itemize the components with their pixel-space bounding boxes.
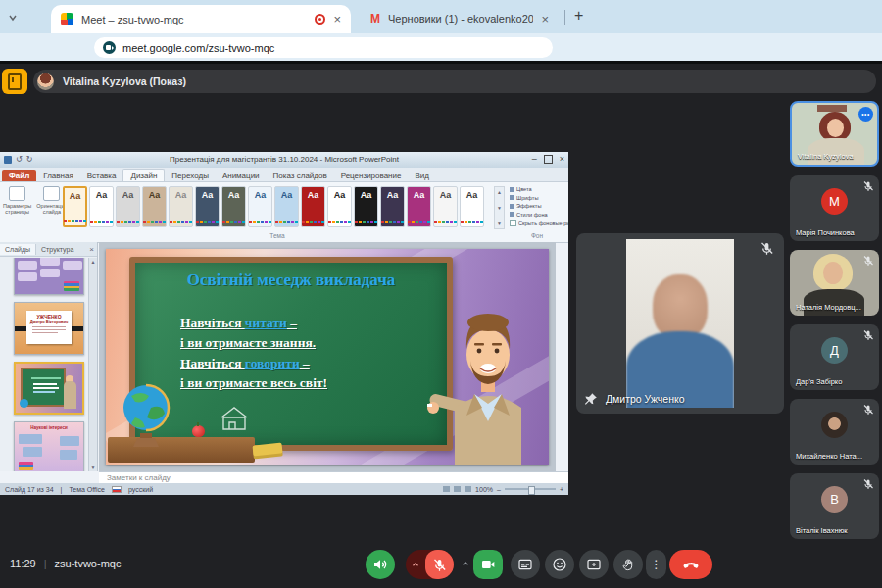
participant-name: Дмитро Ужченко (606, 393, 685, 405)
ppt-ribbon-tabs: Файл Главная Вставка Дизайн Переходы Ани… (0, 168, 568, 182)
ppt-page-setup-group: Параметры страницы Ориентация слайда (3, 186, 60, 229)
ppt-title-bar: ↺ ↻ Презентація для магістрантів 31.10.2… (0, 152, 568, 169)
camera-button[interactable] (473, 550, 503, 579)
captions-button[interactable] (511, 550, 540, 579)
video-tile-dmytro[interactable]: Дмитро Ужченко (576, 233, 784, 414)
teacher-cartoon-graphic (427, 278, 549, 465)
mic-off-icon (862, 180, 874, 192)
mic-off-icon (862, 255, 874, 267)
mic-off-icon (862, 478, 874, 490)
current-slide: Освітній меседж викладача Навчіться чита… (106, 249, 549, 465)
clock-time: 11:29 (10, 558, 36, 569)
slide-counter: Слайд 17 из 34 (5, 486, 54, 493)
close-icon: × (560, 154, 564, 164)
meet-favicon-icon (61, 13, 74, 25)
globe-graphic (118, 382, 176, 449)
mic-mute-button[interactable] (425, 550, 454, 579)
redo-icon: ↻ (26, 155, 33, 164)
video-tile-vitalik[interactable]: В Віталік Івахнюк (790, 473, 879, 539)
slide-title: Освітній меседж викладача (133, 270, 449, 290)
ppt-effects-button: Эффекты (510, 203, 566, 209)
more-options-button[interactable]: ⋮ (646, 550, 666, 579)
theme-thumbnail: Аа (248, 186, 272, 227)
theme-thumbnail: Аа (169, 186, 193, 227)
theme-thumbnail: Аа (142, 186, 167, 227)
participant-name: Михайленко Ната... (796, 452, 862, 461)
zoom-level: 100% (475, 486, 493, 493)
minimize-icon: – (532, 154, 537, 164)
books-graphic (19, 462, 33, 470)
close-icon[interactable]: × (333, 13, 341, 25)
language-label: русский (128, 486, 153, 493)
chalk-house-graphic (220, 406, 249, 431)
theme-thumbnail: Аа (301, 186, 325, 227)
theme-thumbnail: Аа (221, 186, 246, 227)
meeting-code: zsu-tvwo-mqc (55, 558, 122, 569)
ppt-slides-tab: Слайды (0, 244, 36, 255)
chrome-separator (0, 61, 882, 64)
video-tile-natalia[interactable]: Наталія Мордовц... (790, 250, 879, 316)
theme-thumbnail: Аа (89, 186, 114, 227)
close-icon[interactable]: × (541, 13, 549, 25)
ppt-ribbon: Параметры страницы Ориентация слайда АаА… (0, 182, 568, 243)
theme-thumbnail: Аа (116, 186, 140, 227)
camera-options-chevron[interactable] (459, 557, 472, 570)
language-flag-icon (112, 486, 122, 493)
video-tile-vitalina[interactable]: ••• Vitalina Kyzylova (790, 101, 879, 167)
tab-meet[interactable]: Meet – zsu-tvwo-mqc × (51, 5, 351, 33)
present-screen-icon (586, 557, 602, 572)
undo-icon: ↺ (16, 155, 23, 164)
reactions-button[interactable] (545, 550, 574, 579)
speaker-button[interactable] (366, 550, 395, 579)
slideshow-view-icon (465, 486, 471, 492)
mic-options-chevron[interactable] (406, 560, 425, 569)
video-tile-daria[interactable]: Д Дар'я Забірко (790, 324, 879, 390)
participant-name: Марія Починкова (796, 228, 855, 237)
captions-icon (517, 557, 533, 572)
meet-call-screen: Meet – zsu-tvwo-mqc × M Черновики (1) - … (0, 0, 882, 588)
tab-gmail[interactable]: M Черновики (1) - ekovalenko20... × (365, 8, 555, 29)
video-tile-maria[interactable]: M Марія Починкова (790, 175, 879, 241)
ppt-background-group: Цвета Шрифты Эффекты Стили фона Скрыть ф… (510, 186, 566, 229)
slide-thumbnail: УЖЧЕНКО Дмитро Вікторович (14, 302, 84, 355)
books-graphic (64, 281, 79, 291)
ppt-tab-home: Главная (36, 170, 79, 181)
ppt-page-setup-button: Параметры страницы (3, 186, 31, 229)
slide-thumbnail-selected (14, 362, 84, 415)
tab-title: Meet – zsu-tvwo-mqc (81, 14, 307, 25)
new-tab-button[interactable]: + (574, 7, 583, 24)
participant-name: Vitalina Kyzylova (798, 152, 854, 161)
tab-divider (564, 10, 565, 24)
ppt-theme-group-label: Тема (63, 232, 492, 239)
chevron-down-icon[interactable] (8, 13, 18, 23)
avatar: Д (821, 337, 848, 364)
close-icon: × (89, 245, 94, 254)
screen-share-tile[interactable]: ↺ ↻ Презентація для магістрантів 31.10.2… (0, 152, 568, 495)
ppt-window-controls: – × (532, 154, 564, 164)
mic-off-icon (432, 558, 447, 572)
presenter-name: Vitalina Kyzylova (Показ) (63, 75, 186, 87)
ppt-slide-editor: Освітній меседж викладача Навчіться чита… (99, 242, 556, 471)
ppt-thumbnail-list: УЖЧЕНКО Дмитро Вікторович Наукові інтере… (4, 258, 86, 471)
ppt-tab-slideshow: Показ слайдов (267, 170, 334, 181)
meet-site-icon (103, 41, 116, 54)
theme-thumbnail: Аа (63, 186, 87, 227)
present-button[interactable] (579, 550, 609, 579)
speaker-icon (372, 557, 388, 572)
address-bar[interactable]: meet.google.com/zsu-tvwo-mqc (94, 37, 553, 58)
ppt-bg-styles-button: Стили фона (510, 212, 566, 218)
tile-options-button[interactable]: ••• (858, 107, 873, 122)
raise-hand-button[interactable] (613, 550, 643, 579)
end-call-button[interactable] (669, 550, 712, 579)
participant-video (626, 239, 734, 408)
ppt-notes-area: Заметки к слайду (99, 471, 568, 483)
presenting-indicator-icon[interactable] (2, 69, 27, 94)
browser-tab-strip: Meet – zsu-tvwo-mqc × M Черновики (1) - … (0, 0, 882, 33)
ppt-tab-file: Файл (2, 170, 36, 181)
ppt-status-bar: Слайд 17 из 34 | Тема Office русский 100… (0, 483, 568, 495)
mic-control-group (406, 550, 454, 579)
video-tile-mykhailenko[interactable]: Михайленко Ната... (790, 399, 879, 465)
theme-thumbnail: Аа (380, 186, 405, 227)
theme-name: Тема Office (69, 486, 105, 493)
slide-thumbnail: Наукові інтереси (14, 421, 84, 471)
